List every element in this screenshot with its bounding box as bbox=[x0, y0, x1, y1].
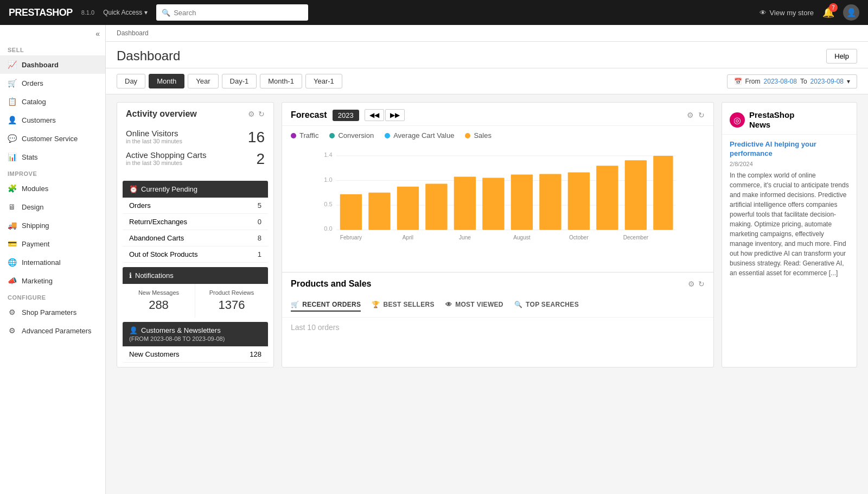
sidebar-item-label: Customers bbox=[22, 116, 56, 124]
date-filter-bar: DayMonthYearDay-1Month-1Year-1 📅 From 20… bbox=[106, 68, 868, 94]
sidebar-item-label: Design bbox=[22, 203, 43, 211]
sidebar-item-catalog[interactable]: 📋Catalog bbox=[0, 92, 105, 111]
legend-dot bbox=[385, 133, 390, 138]
notif-product-reviews: Product Reviews 1376 bbox=[195, 284, 268, 318]
products-tab-recent-orders[interactable]: 🛒RECENT ORDERS bbox=[291, 299, 361, 312]
calendar-icon: 📅 bbox=[734, 78, 742, 85]
eye-icon: 👁 bbox=[760, 9, 767, 17]
products-tab-top-searches[interactable]: 🔍TOP SEARCHES bbox=[514, 299, 579, 312]
sidebar-item-dashboard[interactable]: 📈Dashboard bbox=[0, 55, 105, 74]
news-article-title[interactable]: Predictive AI helping your performance bbox=[730, 140, 849, 159]
sidebar-item-advanced-parameters[interactable]: ⚙Advanced Parameters bbox=[0, 321, 105, 340]
sidebar-item-label: Catalog bbox=[22, 98, 46, 106]
customers-value: 128 bbox=[250, 350, 261, 358]
forecast-settings-icon[interactable]: ⚙ bbox=[687, 111, 694, 119]
modules-icon: 🧩 bbox=[8, 184, 16, 193]
top-right-actions: 👁 View my store 🔔 7 👤 bbox=[760, 4, 859, 21]
main-content: Dashboard Dashboard Help DayMonthYearDay… bbox=[106, 25, 868, 494]
card-actions: ⚙ ↻ bbox=[248, 110, 265, 118]
products-refresh-icon[interactable]: ↻ bbox=[698, 280, 705, 288]
pending-count: 0 bbox=[258, 218, 261, 226]
date-range-picker[interactable]: 📅 From 2023-08-08 To 2023-09-08 ▾ bbox=[727, 74, 857, 88]
sidebar-item-customers[interactable]: 👤Customers bbox=[0, 111, 105, 129]
recent-orders-icon: 🛒 bbox=[291, 301, 299, 308]
svg-text:0.0: 0.0 bbox=[324, 225, 332, 232]
refresh-icon[interactable]: ↻ bbox=[258, 110, 265, 118]
pending-row: Abandoned Carts8 bbox=[123, 230, 268, 246]
legend-dot bbox=[465, 133, 470, 138]
date-to: 2023-09-08 bbox=[810, 78, 844, 85]
page-title: Dashboard bbox=[117, 48, 180, 64]
svg-rect-14 bbox=[454, 176, 476, 230]
brand-logo: PRESTASHOP bbox=[9, 7, 73, 18]
svg-rect-25 bbox=[653, 156, 673, 230]
sidebar-item-marketing[interactable]: 📣Marketing bbox=[0, 271, 105, 290]
customers-newsletters-section: 👤 Customers & Newsletters (FROM 2023-08-… bbox=[123, 322, 268, 363]
forecast-refresh-icon[interactable]: ↻ bbox=[698, 111, 705, 119]
legend-label: Average Cart Value bbox=[393, 131, 454, 140]
search-box[interactable]: 🔍 bbox=[156, 4, 308, 21]
filter-btn-year[interactable]: Year bbox=[188, 74, 218, 88]
sidebar-item-shipping[interactable]: 🚚Shipping bbox=[0, 216, 105, 235]
search-input[interactable] bbox=[174, 9, 303, 17]
notifications-bell[interactable]: 🔔 7 bbox=[822, 7, 834, 18]
notifications-section: ℹ Notifications New Messages 288 Product… bbox=[123, 267, 268, 318]
sidebar-item-stats[interactable]: 📊Stats bbox=[0, 148, 105, 166]
top-searches-icon: 🔍 bbox=[514, 301, 522, 308]
legend-item-sales: Sales bbox=[465, 131, 492, 140]
filter-btn-month[interactable]: Month bbox=[149, 74, 184, 88]
pending-label: Orders bbox=[129, 201, 151, 210]
forecast-prev-button[interactable]: ◀◀ bbox=[365, 109, 384, 121]
products-tabs: 🛒RECENT ORDERS🏆BEST SELLERS👁MOST VIEWED🔍… bbox=[282, 293, 713, 318]
products-content: Last 10 orders bbox=[282, 318, 713, 337]
user-avatar[interactable]: 👤 bbox=[843, 4, 859, 21]
pending-label: Abandoned Carts bbox=[129, 234, 184, 242]
forecast-navigation: ◀◀ ▶▶ bbox=[365, 109, 405, 121]
ps-logo-icon: ◎ bbox=[733, 115, 741, 125]
filter-btn-year-1[interactable]: Year-1 bbox=[305, 74, 342, 88]
sidebar-item-label: Payment bbox=[22, 240, 49, 248]
sidebar-item-modules[interactable]: 🧩Modules bbox=[0, 179, 105, 198]
products-tab-best-sellers[interactable]: 🏆BEST SELLERS bbox=[372, 299, 435, 312]
forecast-year: 2023 bbox=[333, 110, 359, 121]
collapse-button[interactable]: « bbox=[95, 29, 100, 38]
orders-icon: 🛒 bbox=[8, 79, 16, 87]
international-icon: 🌐 bbox=[8, 258, 16, 267]
svg-rect-23 bbox=[625, 160, 647, 230]
svg-text:1.0: 1.0 bbox=[324, 176, 332, 183]
svg-text:0.5: 0.5 bbox=[324, 201, 332, 207]
catalog-icon: 📋 bbox=[8, 97, 16, 106]
chevron-down-icon: ▾ bbox=[847, 78, 850, 85]
products-settings-icon[interactable]: ⚙ bbox=[688, 280, 695, 288]
date-from: 2023-08-08 bbox=[764, 78, 797, 85]
legend-item-average-cart-value: Average Cart Value bbox=[385, 131, 454, 140]
sidebar-item-label: Shop Parameters bbox=[22, 308, 76, 316]
svg-rect-20 bbox=[568, 172, 590, 230]
filter-btn-month-1[interactable]: Month-1 bbox=[260, 74, 302, 88]
notif-header: ℹ Notifications bbox=[123, 267, 268, 284]
search-icon: 🔍 bbox=[162, 9, 170, 17]
sidebar-item-international[interactable]: 🌐International bbox=[0, 253, 105, 271]
forecast-next-button[interactable]: ▶▶ bbox=[385, 109, 405, 121]
sidebar-item-design[interactable]: 🖥Design bbox=[0, 198, 105, 216]
filter-btn-day[interactable]: Day bbox=[117, 74, 145, 88]
settings-icon[interactable]: ⚙ bbox=[248, 110, 255, 118]
filter-btn-day-1[interactable]: Day-1 bbox=[222, 74, 257, 88]
pending-header: ⏰ Currently Pending bbox=[123, 181, 268, 198]
pending-section: ⏰ Currently Pending Orders5Return/Exchan… bbox=[123, 181, 268, 263]
forecast-svg: 1.4 1.0 0.5 0.0 February bbox=[291, 150, 705, 265]
sidebar-item-orders[interactable]: 🛒Orders bbox=[0, 74, 105, 92]
help-button[interactable]: Help bbox=[826, 49, 857, 64]
products-tab-most-viewed[interactable]: 👁MOST VIEWED bbox=[445, 299, 503, 312]
customers-icon: 👤 bbox=[8, 116, 16, 124]
sidebar-item-payment[interactable]: 💳Payment bbox=[0, 235, 105, 253]
card-header-activity: Activity overview ⚙ ↻ bbox=[117, 103, 273, 123]
sidebar-section-improve: IMPROVE bbox=[0, 166, 105, 179]
quick-access-menu[interactable]: Quick Access ▾ bbox=[103, 9, 148, 16]
sidebar-item-shop-parameters[interactable]: ⚙Shop Parameters bbox=[0, 303, 105, 321]
legend-dot bbox=[291, 133, 296, 138]
sidebar-item-customer-service[interactable]: 💬Customer Service bbox=[0, 129, 105, 148]
sidebar-item-label: Orders bbox=[22, 79, 43, 87]
clock-icon: ⏰ bbox=[129, 185, 138, 193]
view-my-store-link[interactable]: 👁 View my store bbox=[760, 9, 814, 17]
